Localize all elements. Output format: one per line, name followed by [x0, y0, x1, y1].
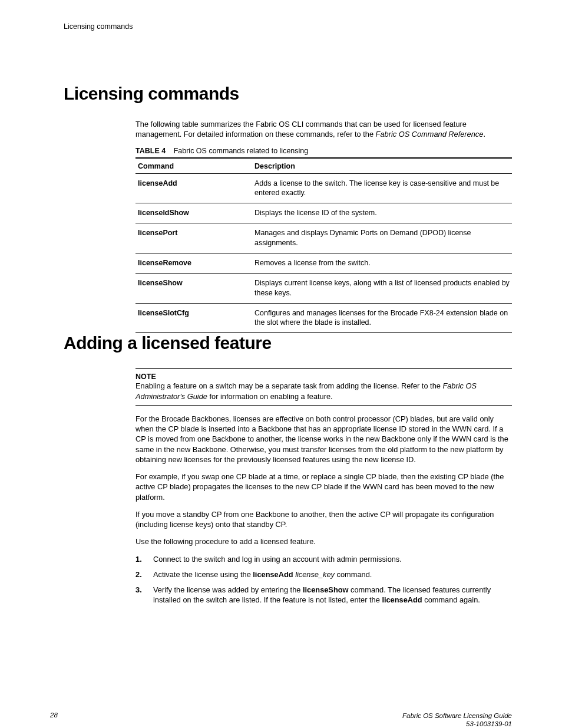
cmd-desc: Manages and displays Dynamic Ports on De… [252, 223, 512, 253]
cmd-desc: Adds a license to the switch. The licens… [252, 173, 512, 203]
footer-docnum: 53-1003139-01 [402, 720, 512, 728]
table-caption: TABLE 4 Fabric OS commands related to li… [135, 147, 512, 155]
cmd-name: licenseIdShow [135, 203, 252, 223]
body-paragraph: If you move a standby CP from one Backbo… [135, 509, 512, 530]
section-title-licensing-commands: Licensing commands [64, 84, 512, 104]
cmd-name: licenseShow [135, 273, 252, 303]
table-row: licenseAdd Adds a license to the switch.… [135, 173, 512, 203]
command-inline: licenseShow [303, 585, 349, 594]
cmd-desc: Displays current license keys, along wit… [252, 273, 512, 303]
note-text-b: for information on enabling a feature. [207, 392, 333, 401]
cmd-desc: Configures and manages licenses for the … [252, 303, 512, 333]
command-inline: licenseAdd [382, 595, 422, 604]
body-paragraph: For the Brocade Backbones, licenses are … [135, 414, 512, 465]
intro-reference: Fabric OS Command Reference [376, 130, 484, 139]
cmd-desc: Displays the license ID of the system. [252, 203, 512, 223]
section-title-adding-feature: Adding a licensed feature [64, 333, 512, 353]
table-header-description: Description [252, 158, 512, 174]
running-header: Licensing commands [64, 22, 512, 31]
body-paragraph: For example, if you swap one CP blade at… [135, 472, 512, 502]
intro-text-b: . [483, 130, 485, 139]
command-inline: licenseAdd [253, 570, 293, 579]
note-block: NOTE Enabling a feature on a switch may … [135, 368, 512, 406]
note-label: NOTE [135, 373, 512, 381]
note-text: Enabling a feature on a switch may be a … [135, 381, 512, 401]
table-row: licenseRemove Removes a license from the… [135, 253, 512, 273]
cmd-desc: Removes a license from the switch. [252, 253, 512, 273]
table-header-command: Command [135, 158, 252, 174]
step-item: Connect to the switch and log in using a… [135, 554, 512, 565]
table-label: TABLE 4 [135, 147, 166, 155]
cmd-name: licenseSlotCfg [135, 303, 252, 333]
table-caption-text: Fabric OS commands related to licensing [174, 147, 309, 155]
cmd-name: licensePort [135, 223, 252, 253]
cmd-name: licenseRemove [135, 253, 252, 273]
step-item: Verify the license was added by entering… [135, 585, 512, 606]
table-row: licensePort Manages and displays Dynamic… [135, 223, 512, 253]
table-row: licenseSlotCfg Configures and manages li… [135, 303, 512, 333]
step-text: command. [335, 570, 372, 579]
page-number: 28 [50, 711, 58, 719]
cmd-name: licenseAdd [135, 173, 252, 203]
intro-paragraph: The following table summarizes the Fabri… [135, 119, 512, 140]
table-row: licenseIdShow Displays the license ID of… [135, 203, 512, 223]
table-row: licenseShow Displays current license key… [135, 273, 512, 303]
note-text-a: Enabling a feature on a switch may be a … [135, 381, 442, 390]
procedure-steps: Connect to the switch and log in using a… [135, 554, 512, 606]
body-paragraph: Use the following procedure to add a lic… [135, 536, 512, 546]
footer-doc-info: Fabric OS Software Licensing Guide 53-10… [402, 711, 512, 728]
step-text: Activate the license using the [153, 570, 253, 579]
footer-title: Fabric OS Software Licensing Guide [402, 711, 512, 720]
step-text: command again. [422, 595, 480, 604]
argument-inline: license_key [295, 570, 335, 579]
step-item: Activate the license using the licenseAd… [135, 569, 512, 580]
commands-table: Command Description licenseAdd Adds a li… [135, 157, 512, 334]
step-text: Verify the license was added by entering… [153, 585, 303, 594]
